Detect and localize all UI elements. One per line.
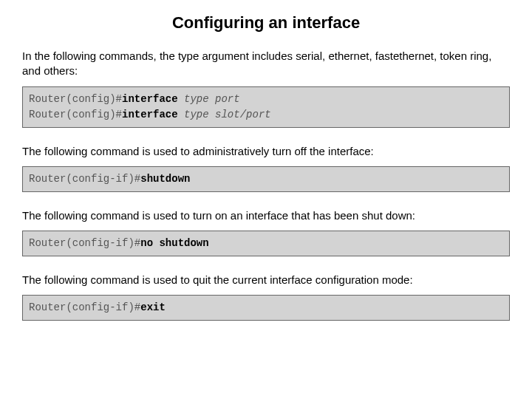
section-desc: The following command is used to adminis… <box>22 144 510 159</box>
command-arg: type slot/port <box>184 109 271 120</box>
command-prompt: Router(config)# <box>29 109 122 120</box>
command-name: no shutdown <box>140 237 208 249</box>
command-name: interface <box>122 93 178 105</box>
section-desc: The following command is used to quit th… <box>22 273 510 287</box>
command-line: Router(config-if)#shutdown <box>29 171 503 187</box>
command-prompt: Router(config-if)# <box>29 173 140 185</box>
command-name: exit <box>140 301 166 313</box>
command-arg: type port <box>184 93 240 105</box>
command-name: interface <box>122 109 178 120</box>
command-line: Router(config-if)#no shutdown <box>29 236 503 251</box>
command-box: Router(config-if)#shutdown <box>22 166 510 192</box>
command-box: Router(config-if)#exit <box>22 295 510 321</box>
section-4: The following command is used to quit th… <box>22 273 510 321</box>
section-3: The following command is used to turn on… <box>22 208 510 256</box>
command-prompt: Router(config-if)# <box>29 301 140 313</box>
command-prompt: Router(config-if)# <box>29 237 140 249</box>
command-box: Router(config-if)#no shutdown <box>22 231 510 256</box>
command-line: Router(config-if)#exit <box>29 300 503 316</box>
command-line: Router(config)#interface type slot/port <box>29 107 503 123</box>
section-desc: The following command is used to turn on… <box>22 208 510 223</box>
section-desc: In the following commands, the type argu… <box>22 49 510 79</box>
command-prompt: Router(config)# <box>29 93 122 105</box>
section-1: In the following commands, the type argu… <box>22 49 510 128</box>
command-name: shutdown <box>140 173 190 185</box>
command-box: Router(config)#interface type port Route… <box>22 86 510 128</box>
command-line: Router(config)#interface type port <box>29 92 503 107</box>
page-title: Configuring an interface <box>22 13 510 33</box>
section-2: The following command is used to adminis… <box>22 144 510 192</box>
